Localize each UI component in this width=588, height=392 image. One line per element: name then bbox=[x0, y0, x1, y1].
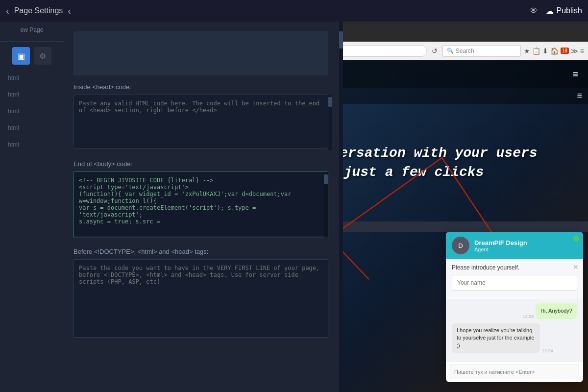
body-code-label: End of <body> code: bbox=[74, 160, 328, 168]
sidebar-item-html-4[interactable]: html bbox=[4, 121, 60, 135]
secondary-menu-icon[interactable]: ≡ bbox=[577, 91, 582, 101]
close-panel-button[interactable]: ‹ bbox=[68, 5, 71, 17]
top-bar-left: ‹ Page Settings ‹ bbox=[6, 5, 71, 17]
chat-agent-info: DreamPiF Design Agent bbox=[474, 239, 577, 252]
back-button[interactable]: ‹ bbox=[6, 5, 9, 17]
browser-icons: ★ 📋 ⬇ 🏠 18 ≫ ≡ bbox=[524, 47, 584, 55]
message-time-2: 12:24 bbox=[542, 348, 553, 353]
sidebar-menu: html html html html html bbox=[0, 71, 64, 154]
sidebar-icon-group: ▣ ⚙ bbox=[12, 47, 51, 65]
chat-widget: D DreamPiF Design Agent Please introduce… bbox=[446, 232, 583, 382]
publish-label: Publish bbox=[557, 6, 582, 15]
chat-type-input[interactable] bbox=[450, 365, 579, 379]
textarea-scroll-thumb[interactable] bbox=[328, 97, 332, 107]
chat-agent-role: Agent bbox=[474, 246, 577, 252]
scroll-thumb[interactable] bbox=[339, 31, 343, 49]
before-doctype-textarea[interactable] bbox=[74, 259, 328, 338]
search-bar[interactable]: 🔍 Search bbox=[442, 45, 521, 57]
chat-agent-name: DreamPiF Design bbox=[474, 239, 577, 246]
eye-icon[interactable]: 👁 bbox=[529, 6, 538, 16]
head-code-label: Inside <head> code: bbox=[74, 83, 328, 91]
browser-plugin-icon[interactable]: 18 bbox=[561, 48, 569, 54]
sidebar-item-html-5[interactable]: html bbox=[4, 137, 60, 152]
chat-bubble-2: I hope you realize you're talking to you… bbox=[452, 323, 540, 353]
browser-bookmark-icon[interactable]: 📋 bbox=[532, 47, 540, 55]
chat-message-2: I hope you realize you're talking to you… bbox=[452, 323, 577, 353]
top-bar-right: 👁 ☁ Publish bbox=[529, 6, 582, 16]
top-preview-box bbox=[74, 31, 328, 75]
browser-download-icon[interactable]: ⬇ bbox=[542, 47, 548, 55]
browser-menu-expand-icon[interactable]: ≫ bbox=[571, 47, 578, 55]
left-sidebar: ew Page ▣ ⚙ html html html html html bbox=[0, 22, 64, 392]
search-text: Search bbox=[456, 48, 474, 54]
layout-icon-btn[interactable]: ▣ bbox=[12, 47, 30, 65]
before-doctype-label: Before <!DOCTYPE>, <html> and <head> tag… bbox=[74, 248, 328, 255]
textarea-scroll-track bbox=[328, 95, 332, 150]
top-bar: ‹ Page Settings ‹ 👁 ☁ Publish bbox=[0, 0, 588, 22]
chat-messages: 12:23 Hi, Anybody? I hope you realize yo… bbox=[446, 299, 583, 361]
new-page-label: ew Page bbox=[21, 26, 44, 33]
browser-star-icon[interactable]: ★ bbox=[524, 47, 530, 55]
body-scroll-thumb[interactable] bbox=[324, 174, 328, 184]
chat-avatar: D bbox=[452, 237, 469, 254]
chat-message-1: 12:23 Hi, Anybody? bbox=[452, 303, 577, 318]
chat-footer bbox=[446, 361, 583, 382]
publish-button[interactable]: ☁ Publish bbox=[546, 6, 582, 16]
chat-intro-section: Please introduce yourself. × bbox=[446, 259, 583, 299]
your-name-input[interactable] bbox=[452, 275, 577, 291]
body-code-textarea[interactable] bbox=[74, 172, 328, 236]
sidebar-item-html-1[interactable]: html bbox=[4, 71, 60, 85]
hamburger-icon[interactable]: ≡ bbox=[572, 69, 578, 80]
online-indicator bbox=[573, 236, 579, 242]
scroll-track bbox=[339, 22, 343, 392]
chat-intro-text: Please introduce yourself. bbox=[452, 264, 577, 271]
page-title: Page Settings bbox=[14, 6, 63, 15]
browser-overflow-icon[interactable]: ≡ bbox=[580, 47, 584, 55]
settings-icon-btn[interactable]: ⚙ bbox=[34, 47, 51, 65]
browser-refresh-btn[interactable]: ↺ bbox=[430, 46, 440, 56]
svg-text:D: D bbox=[458, 242, 463, 249]
sidebar-item-html-2[interactable]: html bbox=[4, 87, 60, 102]
chat-close-button[interactable]: × bbox=[573, 262, 578, 272]
settings-content: Inside <head> code: End of <body> code: … bbox=[64, 22, 343, 349]
head-code-textarea[interactable] bbox=[74, 95, 328, 148]
upload-icon: ☁ bbox=[546, 6, 554, 16]
page-settings-panel: Inside <head> code: End of <body> code: … bbox=[64, 22, 343, 392]
message-time-1: 12:23 bbox=[523, 314, 534, 319]
body-scroll-track bbox=[324, 172, 328, 238]
chat-bubble-1: Hi, Anybody? bbox=[536, 303, 577, 318]
chat-header: D DreamPiF Design Agent bbox=[446, 232, 583, 259]
browser-home-icon[interactable]: 🏠 bbox=[550, 47, 559, 55]
sidebar-item-html-3[interactable]: html bbox=[4, 104, 60, 119]
search-icon: 🔍 bbox=[447, 48, 454, 54]
